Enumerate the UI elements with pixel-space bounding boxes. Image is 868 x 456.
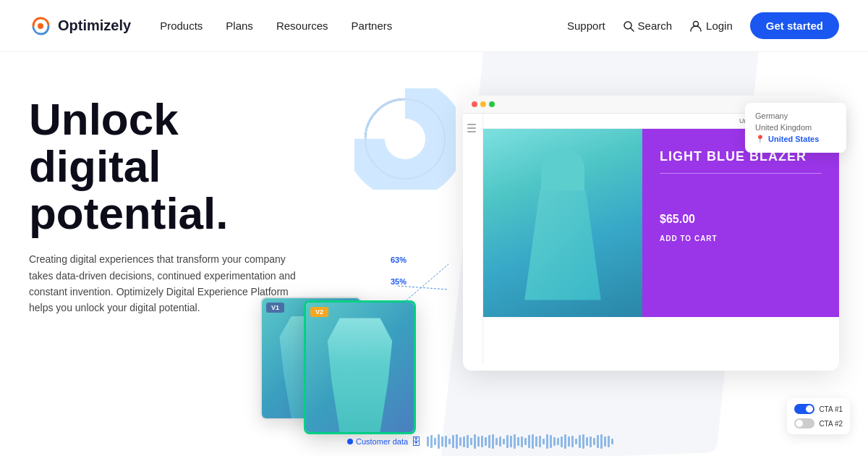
data-dot [347,439,353,444]
cta2-label: CTA #2 [819,420,843,428]
nav-partners[interactable]: Partners [352,20,393,32]
stack-icon: 🗄 [411,436,421,447]
product-hero: LIGHT BLUE BLAZER $65.00 ADD TO CART [483,129,839,317]
hero-title: Unlock digital potential. [29,96,333,237]
percent-63-label: 63% [391,256,407,264]
browser-controls [472,101,495,107]
v1-badge: V1 [266,303,284,313]
cta-toggles-panel: CTA #1 CTA #2 [787,398,850,434]
hero-section: Unlock digital potential. Creating digit… [0,52,868,456]
product-info: LIGHT BLUE BLAZER $65.00 ADD TO CART [642,129,839,317]
browser-dot-yellow [480,101,486,107]
cta1-toggle[interactable]: CTA #1 [794,404,843,414]
hero-text: Unlock digital potential. Creating digit… [29,81,333,316]
location-uk[interactable]: United Kingdom [755,122,836,133]
nav-plans[interactable]: Plans [226,20,253,32]
product-price: $65.00 [660,213,822,226]
nav-products[interactable]: Products [160,20,203,32]
cta1-label: CTA #1 [819,405,843,413]
customer-data-label: Customer data 🗄 [347,436,421,447]
v2-figure [320,318,401,432]
svg-point-7 [385,119,425,159]
svg-point-0 [38,23,43,29]
cta1-switch[interactable] [794,404,814,414]
add-to-cart-button[interactable]: ADD TO CART [660,235,822,242]
cta2-knob [796,420,803,427]
cta2-toggle[interactable]: CTA #2 [794,418,843,428]
hero-illustration: Germany United Kingdom 📍United States [333,81,839,456]
v2-badge: V2 [310,307,328,317]
v2-image [306,303,414,432]
cta1-knob [806,405,813,413]
nav-resources[interactable]: Resources [276,20,328,32]
user-icon [689,20,702,33]
v2-card: V2 [304,300,416,434]
analytics-bar: Customer data 🗄 [347,434,832,449]
login-label: Login [706,20,733,32]
product-image [483,129,642,317]
svg-line-2 [631,28,634,31]
search-icon [623,20,634,32]
cta2-switch[interactable] [794,418,814,428]
location-us[interactable]: 📍United States [755,133,836,145]
get-started-button[interactable]: Get started [750,12,839,39]
logo-link[interactable]: Optimizely [29,14,131,38]
nav-links: Products Plans Resources Partners [160,20,567,33]
search-button[interactable]: Search [623,20,673,32]
logo-icon [29,14,52,38]
login-button[interactable]: Login [689,20,733,33]
browser-dot-red [472,101,477,107]
browser-dot-green [489,101,495,107]
location-germany[interactable]: Germany [755,110,836,122]
hero-description: Creating digital experiences that transf… [29,251,297,316]
brand-name: Optimizely [58,17,131,34]
navbar: Optimizely Products Plans Resources Part… [0,0,868,52]
product-divider [660,173,822,174]
support-link[interactable]: Support [567,20,605,32]
pie-chart [354,88,456,193]
svg-line-11 [398,286,448,290]
nav-right: Support Search Login Get started [567,12,839,39]
percent-35-label: 35% [391,277,407,286]
product-img-bg [483,129,642,317]
search-label: Search [638,20,673,32]
browser-sidebar [463,114,483,363]
data-bars [427,434,613,449]
location-dropdown[interactable]: Germany United Kingdom 📍United States [745,103,846,153]
